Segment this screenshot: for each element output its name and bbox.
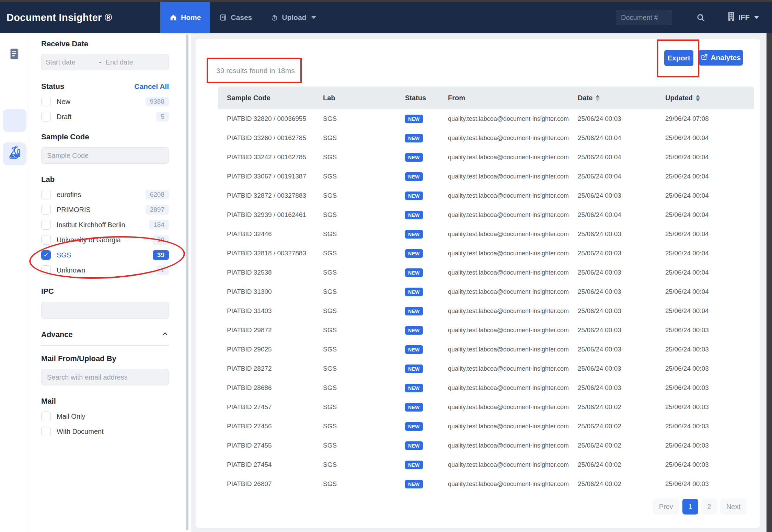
cell-date: 25/06/24 00:02 (569, 480, 657, 488)
cell-lab: SGS (314, 384, 396, 392)
checkbox[interactable]: ✓ (41, 97, 51, 106)
table-row[interactable]: PIATBID 32538 SGS NEW quality.test.labco… (218, 263, 754, 282)
checkbox[interactable]: ✓ (41, 112, 51, 122)
status-badge: NEW (405, 134, 423, 142)
table-row[interactable]: PIATBID 26807 SGS NEW quality.test.labco… (218, 474, 754, 494)
table-row[interactable]: PIATBID 28686 SGS NEW quality.test.labco… (218, 378, 754, 397)
rail-analytes-button[interactable] (3, 142, 26, 165)
rail-documents-button[interactable] (3, 44, 26, 66)
sidebar-scrollbar[interactable] (186, 34, 188, 530)
cell-sample-code: PIATBID 29025 (218, 346, 314, 353)
column-header-lab[interactable]: Lab (314, 94, 396, 102)
checkbox[interactable]: ✓ (41, 265, 51, 275)
nav-tab-upload[interactable]: Upload (261, 2, 325, 33)
advance-toggle[interactable]: Advance (41, 330, 169, 339)
status-badge: NEW (405, 192, 423, 200)
nav-tab-home[interactable]: Home (160, 2, 210, 33)
ipc-input[interactable] (41, 302, 169, 319)
table-row[interactable]: PIATBID 32939 / 00162461 SGS NEW quality… (218, 205, 754, 224)
filter-option[interactable]: ✓ PRIMORIS 2897 (41, 205, 169, 215)
pagination-prev-button[interactable]: Prev (653, 499, 679, 514)
table-row[interactable]: PIATBID 31403 SGS NEW quality.test.labco… (218, 301, 754, 321)
page-scrollbar[interactable] (767, 33, 772, 532)
chevron-up-icon (161, 330, 169, 339)
document-number-input[interactable] (616, 10, 672, 25)
start-date-input[interactable] (46, 58, 97, 66)
column-header-status[interactable]: Status (396, 94, 439, 102)
nav-tab-label: Cases (231, 13, 252, 22)
cell-date: 25/06/24 00:03 (569, 365, 657, 372)
table-row[interactable]: PIATBID 27455 SGS NEW quality.test.labco… (218, 436, 754, 455)
nav-tab-cases[interactable]: Cases (210, 2, 261, 33)
table-row[interactable]: PIATBID 32446 SGS NEW quality.test.labco… (218, 224, 754, 244)
cell-sample-code: PIATBID 31300 (218, 288, 314, 296)
table-row[interactable]: PIATBID 27457 SGS NEW quality.test.labco… (218, 397, 754, 417)
mail-from-input[interactable] (41, 369, 169, 385)
checkbox[interactable]: ✓ (41, 250, 51, 260)
cell-from: quality.test.labcoa@document-insighter.c… (439, 308, 569, 315)
filter-option[interactable]: ✓ Unknown 1 (41, 265, 169, 275)
cell-lab: SGS (314, 461, 396, 469)
table-row[interactable]: PIATBID 32818 / 00327883 SGS NEW quality… (218, 244, 754, 263)
pagination-page-1[interactable]: 1 (682, 499, 698, 514)
cell-updated: 25/06/24 00:03 (657, 403, 754, 411)
column-header-date[interactable]: Date (569, 94, 657, 102)
search-icon[interactable] (696, 13, 705, 24)
cell-from: quality.test.labcoa@document-insighter.c… (439, 384, 569, 392)
table-row[interactable]: PIATBID 33067 / 00191387 SGS NEW quality… (218, 167, 754, 186)
cell-lab: SGS (314, 326, 396, 334)
cell-updated: 25/06/24 00:03 (657, 480, 754, 488)
table-row[interactable]: PIATBID 33242 / 00162785 SGS NEW quality… (218, 148, 754, 167)
analytes-button[interactable]: Analytes (699, 50, 743, 66)
table-row[interactable]: PIATBID 32820 / 00036955 SGS NEW quality… (218, 109, 754, 128)
checkbox[interactable]: ✓ (41, 427, 51, 436)
cancel-all-link[interactable]: Cancel All (134, 82, 169, 91)
table-row[interactable]: PIATBID 27456 SGS NEW quality.test.labco… (218, 417, 754, 436)
cell-from: quality.test.labcoa@document-insighter.c… (439, 481, 569, 488)
filter-option[interactable]: ✓ SGS 39 (41, 250, 169, 260)
table-row[interactable]: PIATBID 29025 SGS NEW quality.test.labco… (218, 340, 754, 359)
pagination-next-button[interactable]: Next (720, 499, 747, 514)
table-row[interactable]: PIATBID 27454 SGS NEW quality.test.labco… (218, 455, 754, 474)
cell-status: NEW (396, 461, 439, 469)
table-row[interactable]: PIATBID 32872 / 00327883 SGS NEW quality… (218, 186, 754, 205)
filter-option[interactable]: ✓ Draft 5 (41, 112, 169, 122)
table-row[interactable]: PIATBID 31300 SGS NEW quality.test.labco… (218, 282, 754, 301)
table-row[interactable]: PIATBID 29872 SGS NEW quality.test.labco… (218, 321, 754, 340)
cell-lab: SGS (314, 288, 396, 296)
filter-option[interactable]: ✓ New 9388 (41, 97, 169, 106)
chevron-down-icon (754, 16, 759, 19)
cell-date: 25/06/24 00:03 (569, 288, 657, 296)
column-header-sample-code[interactable]: Sample Code (218, 94, 314, 102)
table-row[interactable]: PIATBID 28272 SGS NEW quality.test.labco… (218, 359, 754, 378)
cell-sample-code: PIATBID 27456 (218, 423, 314, 430)
cell-updated: 29/06/24 07:08 (657, 115, 754, 123)
cell-updated: 25/06/24 00:03 (657, 442, 754, 449)
column-header-updated[interactable]: Updated (657, 94, 754, 102)
checkbox[interactable]: ✓ (41, 190, 51, 199)
table-body: PIATBID 32820 / 00036955 SGS NEW quality… (218, 109, 754, 494)
filter-option[interactable]: ✓ University of Georgia 59 (41, 235, 169, 245)
checkbox[interactable]: ✓ (41, 220, 51, 230)
sort-icon (596, 95, 600, 101)
column-header-from[interactable]: From (439, 94, 569, 102)
cell-date: 25/06/24 00:04 (569, 153, 657, 161)
checkbox[interactable]: ✓ (41, 205, 51, 215)
lab-options: ✓ eurofins 6208 ✓ PRIMORIS 2897 ✓ Instit… (41, 190, 169, 275)
org-switcher[interactable]: IFF (727, 2, 759, 33)
export-button[interactable]: Export (664, 50, 693, 66)
filter-option[interactable]: ✓ With Document (41, 427, 169, 436)
filter-option[interactable]: ✓ Mail Only (41, 412, 169, 421)
checkbox[interactable]: ✓ (41, 235, 51, 245)
table-row[interactable]: PIATBID 33260 / 00162785 SGS NEW quality… (218, 128, 754, 148)
sample-code-input[interactable] (41, 147, 169, 164)
filter-option[interactable]: ✓ eurofins 6208 (41, 190, 169, 199)
filter-count-badge: 9388 (146, 97, 169, 106)
rail-analytes-button[interactable] (3, 109, 26, 132)
filter-option[interactable]: ✓ Institut Kirchhoff Berlin 184 (41, 220, 169, 230)
advance-title: Advance (41, 330, 73, 339)
end-date-input[interactable] (106, 58, 157, 66)
pagination-page-2[interactable]: 2 (701, 499, 717, 514)
checkbox[interactable]: ✓ (41, 412, 51, 421)
receive-date-range[interactable]: - (41, 54, 169, 70)
